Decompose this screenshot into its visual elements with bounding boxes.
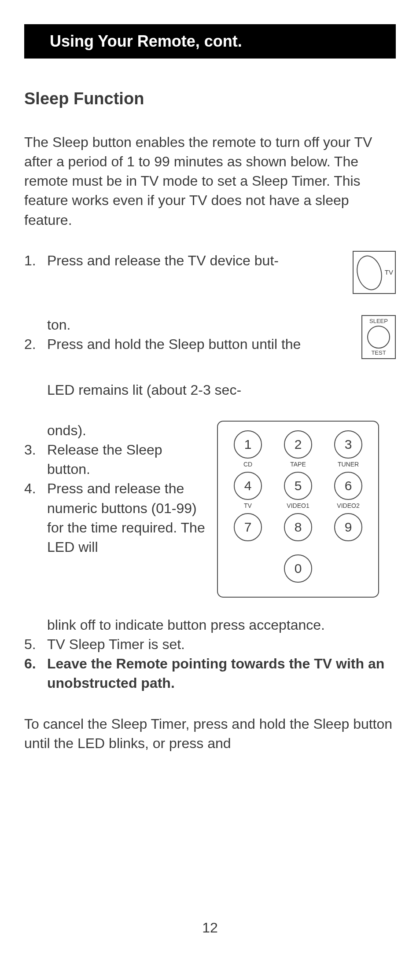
keypad-button-8: 8: [284, 513, 312, 541]
keypad-label-video2: VIDEO2: [326, 502, 370, 510]
step-4-text-a: Press and release the numeric buttons (0…: [47, 479, 209, 557]
step-3-text: Release the Sleep button.: [47, 440, 209, 479]
keypad-button-9: 9: [334, 513, 362, 541]
test-label: TEST: [362, 349, 395, 357]
tv-device-button-illustration: TV: [353, 251, 396, 294]
sleep-label: SLEEP: [362, 317, 395, 325]
step-1-text-b: ton.: [47, 315, 354, 334]
intro-paragraph: The Sleep button enables the remote to t…: [24, 132, 396, 230]
numeric-keypad-illustration: 1CD 2TAPE 3TUNER 4TV 5VIDEO1 6VIDEO2 7. …: [217, 421, 379, 598]
keypad-label-cd: CD: [226, 460, 270, 468]
step-1-number: 1.: [24, 251, 47, 270]
keypad-button-4: 4: [234, 472, 262, 500]
step-6-text: Leave the Remote pointing towards the TV…: [47, 654, 396, 693]
step-4-number: 4.: [24, 479, 47, 557]
step-2-text-a: Press and hold the Sleep button until th…: [47, 334, 354, 354]
sleep-test-button-illustration: SLEEP TEST: [361, 315, 396, 359]
keypad-label-tv: TV: [226, 502, 270, 510]
step-2-number: 2.: [24, 334, 47, 354]
step-1-text-a: Press and release the TV device but-: [47, 251, 345, 270]
keypad-button-1: 1: [234, 430, 262, 459]
keypad-button-5: 5: [284, 472, 312, 500]
keypad-button-2: 2: [284, 430, 312, 459]
keypad-label-video1: VIDEO1: [276, 502, 320, 510]
keypad-label-tape: TAPE: [276, 460, 320, 468]
step-2-text-b: LED remains lit (about 2-3 sec-: [47, 380, 396, 400]
keypad-button-7: 7: [234, 513, 262, 541]
step-5-text: TV Sleep Timer is set.: [47, 635, 396, 654]
keypad-button-3: 3: [334, 430, 362, 459]
keypad-button-0: 0: [284, 554, 312, 583]
step-5-number: 5.: [24, 635, 47, 654]
cancel-paragraph: To cancel the Sleep Timer, press and hol…: [24, 714, 396, 753]
page-number: 12: [0, 920, 420, 936]
keypad-label-tuner: TUNER: [326, 460, 370, 468]
section-title: Sleep Function: [24, 89, 396, 108]
steps-list: 1. Press and release the TV device but- …: [24, 251, 396, 693]
page-header: Using Your Remote, cont.: [24, 24, 396, 59]
tv-button-label: TV: [385, 268, 393, 277]
keypad-button-6: 6: [334, 472, 362, 500]
step-6-number: 6.: [24, 654, 47, 693]
step-2-text-c: onds).: [47, 421, 209, 440]
manual-page: Using Your Remote, cont. Sleep Function …: [0, 0, 420, 753]
step-3-number: 3.: [24, 440, 47, 479]
step-4-text-b: blink off to indicate button press accep…: [47, 615, 396, 635]
